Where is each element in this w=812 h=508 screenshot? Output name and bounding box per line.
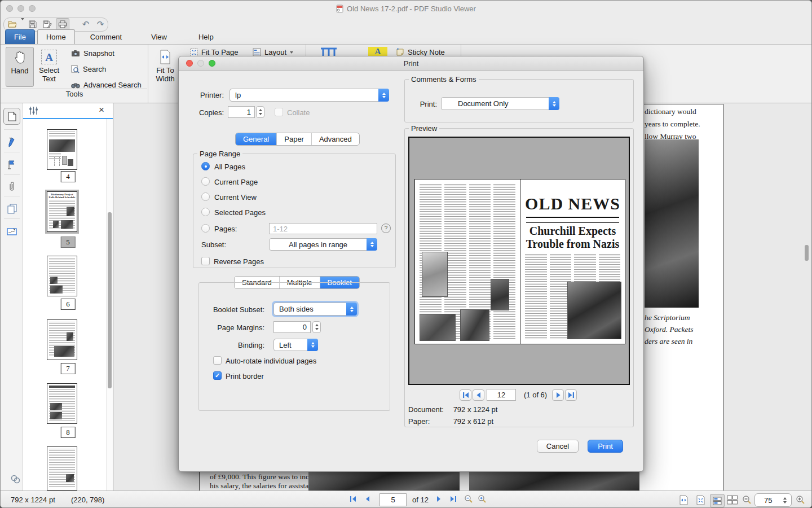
thumbnails-panel-button[interactable] xyxy=(1,107,23,126)
previous-view-icon[interactable] xyxy=(464,494,473,503)
previous-page-button[interactable] xyxy=(365,495,370,503)
thumbnail-page-7[interactable] xyxy=(47,319,77,360)
search-button[interactable]: Search xyxy=(71,64,106,74)
link-icon[interactable] xyxy=(10,474,22,485)
tab-advanced[interactable]: Advanced xyxy=(312,133,359,145)
fit-width-icon[interactable] xyxy=(679,495,689,505)
thumbnail-page-9[interactable] xyxy=(47,446,77,491)
last-page-button[interactable] xyxy=(449,495,457,503)
annotations-panel-button[interactable] xyxy=(1,133,23,152)
page-number-badge[interactable]: 5 xyxy=(60,237,76,248)
current-page-radio[interactable] xyxy=(201,177,210,186)
margins-stepper[interactable] xyxy=(312,321,321,333)
current-view-radio[interactable] xyxy=(201,192,210,201)
auto-rotate-checkbox[interactable] xyxy=(213,356,222,365)
signature-panel-button[interactable] xyxy=(1,222,23,241)
tab-view[interactable]: View xyxy=(143,30,175,44)
fit-page-icon[interactable] xyxy=(696,495,705,505)
destinations-panel-button[interactable] xyxy=(1,199,23,218)
facing-pages-layout-icon[interactable] xyxy=(727,495,738,505)
attachments-panel-button[interactable] xyxy=(1,177,23,196)
subset-label: Subset: xyxy=(201,240,226,249)
pages-range-field[interactable]: 1-12 xyxy=(269,223,377,234)
select-text-button[interactable]: A Select Text xyxy=(35,47,63,87)
selected-pages-label: Selected Pages xyxy=(214,208,266,217)
tab-file[interactable]: File xyxy=(5,29,35,44)
minimize-window-button[interactable] xyxy=(17,5,24,12)
thumbnail-page-8[interactable] xyxy=(47,383,77,424)
hand-tool-button[interactable]: Hand xyxy=(6,47,34,87)
thumbnail-page-6[interactable] xyxy=(47,256,77,296)
fit-to-width-button[interactable]: Fit To Width xyxy=(151,47,179,87)
snapshot-button[interactable]: Snapshot xyxy=(71,49,114,58)
highlighter-icon[interactable]: A xyxy=(368,47,387,56)
help-icon[interactable]: ? xyxy=(381,224,391,233)
zoom-window-button[interactable] xyxy=(29,5,36,12)
preview-page-field[interactable]: 12 xyxy=(487,389,516,401)
page-number-badge[interactable]: 4 xyxy=(60,171,76,182)
dialog-close-button[interactable] xyxy=(186,60,193,67)
binding-dropdown[interactable]: Left xyxy=(273,339,318,351)
print-border-checkbox[interactable] xyxy=(213,371,222,380)
booklet-subset-dropdown[interactable]: Both sides xyxy=(273,303,357,316)
save-icon[interactable] xyxy=(27,19,39,30)
close-window-button[interactable] xyxy=(6,5,13,12)
advanced-search-button[interactable]: Advanced Search xyxy=(71,80,142,90)
viewport-scrollbar-thumb[interactable] xyxy=(805,245,809,261)
zoom-level-field[interactable]: 75 xyxy=(754,493,792,507)
open-dropdown-caret[interactable] xyxy=(21,20,24,29)
selected-pages-radio[interactable] xyxy=(201,208,210,216)
page-number-badge[interactable]: 8 xyxy=(60,427,76,438)
page-number-badge[interactable]: 6 xyxy=(60,299,76,310)
bookmarks-panel-button[interactable] xyxy=(1,155,23,174)
next-page-button[interactable] xyxy=(552,389,564,401)
tab-comment[interactable]: Comment xyxy=(82,30,130,44)
redo-icon[interactable]: ↷ xyxy=(94,19,107,30)
zoom-in-icon[interactable] xyxy=(796,495,805,505)
dialog-minimize-button[interactable] xyxy=(197,60,204,67)
tab-general[interactable]: General xyxy=(236,133,277,145)
tab-paper[interactable]: Paper xyxy=(277,133,312,145)
previous-page-button[interactable] xyxy=(473,389,484,401)
save-as-icon[interactable] xyxy=(41,19,54,30)
thumbnail-options-icon[interactable] xyxy=(29,106,38,115)
thumbnail-page-5-selected[interactable]: Dictionary Project Falls Behind Schedule xyxy=(47,191,77,232)
first-page-button[interactable] xyxy=(349,495,357,503)
markup-column-icon[interactable] xyxy=(320,47,338,56)
thumbnail-page-4[interactable] xyxy=(47,129,77,170)
open-file-icon[interactable] xyxy=(6,19,19,30)
page-margins-field[interactable]: 0 xyxy=(273,321,311,333)
pages-radio[interactable] xyxy=(201,224,210,233)
undo-icon[interactable]: ↶ xyxy=(80,19,92,30)
single-page-layout-icon[interactable] xyxy=(710,494,725,507)
subset-dropdown[interactable]: All pages in range xyxy=(269,238,377,251)
page-number-badge[interactable]: 7 xyxy=(60,363,76,374)
reverse-pages-checkbox[interactable] xyxy=(201,257,210,265)
zoom-stepper[interactable] xyxy=(783,497,787,503)
collate-checkbox[interactable] xyxy=(275,108,283,116)
scrollbar-thumb[interactable] xyxy=(108,212,112,388)
print-icon[interactable] xyxy=(56,18,69,30)
thumbnail-scrollbar[interactable] xyxy=(106,119,113,491)
cancel-button[interactable]: Cancel xyxy=(537,440,579,453)
tab-home[interactable]: Home xyxy=(37,29,75,44)
all-pages-radio[interactable] xyxy=(201,162,210,170)
dialog-titlebar[interactable]: Print xyxy=(179,56,643,71)
tab-help[interactable]: Help xyxy=(190,30,222,44)
zoom-out-icon[interactable] xyxy=(742,495,752,505)
sidebar-icon-strip xyxy=(1,103,23,491)
dialog-zoom-button[interactable] xyxy=(209,60,215,67)
current-page-field[interactable]: 5 xyxy=(379,493,407,506)
copies-field[interactable]: 1 xyxy=(228,106,255,118)
next-page-button[interactable] xyxy=(436,495,442,503)
comments-print-dropdown[interactable]: Document Only xyxy=(441,97,559,110)
auto-rotate-label: Auto-rotate individual pages xyxy=(226,357,316,365)
close-panel-icon[interactable]: × xyxy=(99,104,104,116)
copies-stepper[interactable] xyxy=(256,106,264,118)
last-page-button[interactable] xyxy=(565,389,577,401)
next-view-icon[interactable] xyxy=(478,494,487,503)
page-icon xyxy=(8,112,16,121)
print-button[interactable]: Print xyxy=(588,440,623,453)
first-page-button[interactable] xyxy=(460,389,471,401)
printer-dropdown[interactable]: lp xyxy=(230,89,389,102)
